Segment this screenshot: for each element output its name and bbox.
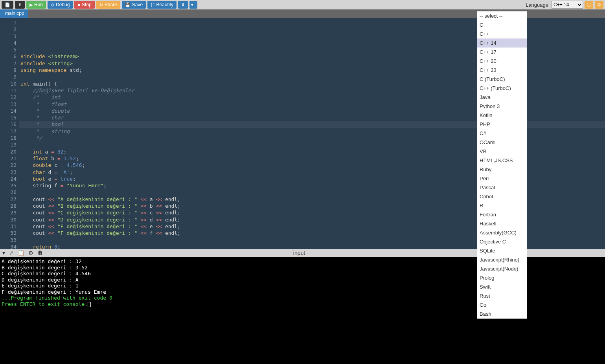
- line-number: 34: [0, 243, 17, 250]
- line-number: 9: [0, 73, 17, 80]
- language-option[interactable]: C++ 23: [477, 66, 527, 75]
- line-number: 17: [0, 128, 17, 135]
- caret-down-icon: ▾: [191, 2, 193, 7]
- line-number: 30: [0, 216, 17, 223]
- language-option[interactable]: Objective C: [477, 237, 527, 246]
- language-option[interactable]: Cobol: [477, 192, 527, 201]
- line-number: 13: [0, 101, 17, 108]
- upload-button[interactable]: ⬆: [15, 1, 25, 9]
- stop-icon: ■: [77, 2, 80, 7]
- main-toolbar: 📄 ⬆ ▶Run ⊙Debug ■Stop ↻Share 💾Save { }Be…: [0, 0, 605, 9]
- line-number: 33: [0, 237, 17, 243]
- line-number: 23: [0, 169, 17, 176]
- line-gutter: 1234567891011121314151617181920212223242…: [0, 18, 19, 249]
- language-option[interactable]: Assembly(GCC): [477, 228, 527, 237]
- line-number: 6: [0, 53, 17, 60]
- language-option[interactable]: Perl: [477, 174, 527, 183]
- language-option[interactable]: PHP: [477, 120, 527, 129]
- line-number: 26: [0, 189, 17, 196]
- language-option[interactable]: Kotlin: [477, 111, 527, 120]
- language-option[interactable]: Pascal: [477, 183, 527, 192]
- share-icon: ↻: [99, 2, 103, 7]
- language-option[interactable]: Rust: [477, 291, 527, 300]
- language-option[interactable]: Javascript(Node): [477, 264, 527, 273]
- line-number: 1: [0, 19, 17, 26]
- language-option[interactable]: SQLite: [477, 246, 527, 255]
- line-number: 24: [0, 176, 17, 182]
- save-button[interactable]: 💾Save: [122, 1, 146, 9]
- line-number: 27: [0, 196, 17, 203]
- line-number: 21: [0, 155, 17, 162]
- line-number: 5: [0, 46, 17, 53]
- line-number: 16: [0, 121, 17, 128]
- line-number: 2: [0, 26, 17, 33]
- line-number: 15: [0, 114, 17, 121]
- save-icon: 💾: [125, 2, 131, 7]
- language-option[interactable]: Fortran: [477, 210, 527, 219]
- download-dropdown-button[interactable]: ▾: [189, 1, 197, 9]
- new-file-button[interactable]: 📄: [2, 1, 13, 9]
- language-option[interactable]: C++ (TurboC): [477, 84, 527, 93]
- line-number: 8: [0, 67, 17, 73]
- language-option[interactable]: HTML,JS,CSS: [477, 156, 527, 165]
- line-number: 19: [0, 141, 17, 148]
- language-option[interactable]: Ruby: [477, 165, 527, 174]
- language-option[interactable]: Javascript(Rhino): [477, 255, 527, 264]
- language-option[interactable]: C++: [477, 29, 527, 38]
- language-option[interactable]: OCaml: [477, 138, 527, 147]
- download-icon: ⬇: [181, 2, 185, 7]
- info-button[interactable]: ⓘ: [585, 1, 593, 9]
- language-select[interactable]: C++ 14: [552, 1, 583, 9]
- language-dropdown[interactable]: -- select --CC++C++ 14C++ 17C++ 20C++ 23…: [477, 11, 527, 319]
- line-number: 14: [0, 108, 17, 114]
- cursor-icon: [88, 302, 91, 307]
- language-option[interactable]: Prolog: [477, 273, 527, 282]
- language-option[interactable]: -- select --: [477, 11, 527, 20]
- language-option[interactable]: C: [477, 20, 527, 29]
- language-option[interactable]: C#: [477, 129, 527, 138]
- line-number: 20: [0, 148, 17, 155]
- stop-button[interactable]: ■Stop: [74, 1, 94, 9]
- line-number: 31: [0, 223, 17, 230]
- language-option[interactable]: Haskell: [477, 219, 527, 228]
- language-option[interactable]: Java: [477, 93, 527, 102]
- line-number: 12: [0, 94, 17, 101]
- language-option[interactable]: C++ 20: [477, 57, 527, 66]
- line-number: 25: [0, 182, 17, 189]
- line-number: 10: [0, 80, 17, 87]
- language-option[interactable]: Python 3: [477, 102, 527, 111]
- language-option[interactable]: Go: [477, 300, 527, 309]
- tab-main[interactable]: main.cpp: [1, 9, 28, 18]
- line-number: 29: [0, 209, 17, 216]
- settings-button[interactable]: ⚙: [595, 1, 603, 9]
- gear-icon: ⚙: [597, 2, 601, 7]
- line-number: 11: [0, 87, 17, 94]
- run-button[interactable]: ▶Run: [26, 1, 46, 9]
- language-option[interactable]: C++ 17: [477, 48, 527, 57]
- line-number: 18: [0, 135, 17, 141]
- language-label: Language: [526, 2, 548, 8]
- download-button[interactable]: ⬇: [178, 1, 188, 9]
- debug-icon: ⊙: [51, 2, 54, 7]
- language-option[interactable]: Bash: [477, 309, 527, 318]
- debug-button[interactable]: ⊙Debug: [48, 1, 73, 9]
- language-option[interactable]: C (TurboC): [477, 75, 527, 84]
- share-button[interactable]: ↻Share: [96, 1, 120, 9]
- line-number: 4: [0, 40, 17, 46]
- line-number: 28: [0, 203, 17, 209]
- line-number: 3: [0, 33, 17, 40]
- line-number: 22: [0, 162, 17, 168]
- upload-icon: ⬆: [18, 2, 22, 7]
- line-number: 32: [0, 230, 17, 236]
- beautify-button[interactable]: { }Beautify: [147, 1, 177, 9]
- console-collapse-icon[interactable]: ▾: [2, 250, 5, 256]
- play-icon: ▶: [29, 2, 33, 7]
- language-option[interactable]: C++ 14: [477, 38, 527, 48]
- language-option[interactable]: VB: [477, 147, 527, 156]
- file-icon: 📄: [5, 2, 10, 7]
- language-option[interactable]: Swift: [477, 282, 527, 291]
- language-option[interactable]: R: [477, 201, 527, 210]
- console-expand-icon[interactable]: ⤢: [9, 250, 14, 256]
- info-icon: ⓘ: [587, 2, 591, 8]
- braces-icon: { }: [151, 2, 154, 7]
